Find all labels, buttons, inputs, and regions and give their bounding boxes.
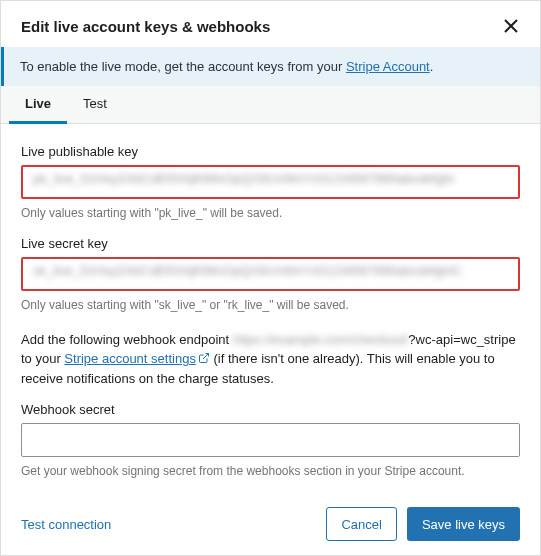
stripe-account-link[interactable]: Stripe Account: [346, 59, 430, 74]
footer-actions: Cancel Save live keys: [326, 507, 520, 541]
tab-test[interactable]: Test: [67, 86, 123, 124]
close-icon[interactable]: [502, 17, 520, 35]
webhook-url-redacted: https://example.com/checkout/: [233, 332, 409, 347]
webhook-mid: to your: [21, 351, 64, 366]
publishable-key-helper: Only values starting with "pk_live_" wil…: [21, 205, 520, 222]
stripe-settings-link-label: Stripe account settings: [64, 351, 196, 366]
notice-text-suffix: .: [430, 59, 434, 74]
publishable-key-redacted: pk_live_51HxyZAbCdEfGhIjKlMnOpQrStUvWxYz…: [33, 171, 508, 186]
test-connection-link[interactable]: Test connection: [21, 517, 111, 532]
cancel-button[interactable]: Cancel: [326, 507, 396, 541]
external-link-icon: [198, 352, 210, 364]
webhook-secret-input[interactable]: [21, 423, 520, 457]
webhook-prefix: Add the following webhook endpoint: [21, 332, 233, 347]
secret-key-redacted: sk_live_51HxyZAbCdEfGhIjKlMnOpQrStUvWxYz…: [33, 263, 508, 278]
notice-banner: To enable the live mode, get the account…: [1, 47, 540, 86]
webhook-secret-helper: Get your webhook signing secret from the…: [21, 463, 520, 480]
svg-line-0: [203, 354, 209, 360]
secret-key-label: Live secret key: [21, 236, 520, 251]
webhook-url-visible: ?wc-api=wc_stripe: [408, 332, 515, 347]
webhook-instructions: Add the following webhook endpoint https…: [21, 330, 520, 389]
modal-footer: Test connection Cancel Save live keys: [1, 493, 540, 555]
notice-text-prefix: To enable the live mode, get the account…: [20, 59, 346, 74]
secret-key-helper: Only values starting with "sk_live_" or …: [21, 297, 520, 314]
modal-header: Edit live account keys & webhooks: [1, 1, 540, 47]
publishable-key-label: Live publishable key: [21, 144, 520, 159]
save-button[interactable]: Save live keys: [407, 507, 520, 541]
secret-key-input[interactable]: sk_live_51HxyZAbCdEfGhIjKlMnOpQrStUvWxYz…: [21, 257, 520, 291]
modal-body: Live publishable key pk_live_51HxyZAbCdE…: [1, 124, 540, 493]
tabs-bar: Live Test: [1, 86, 540, 124]
publishable-key-input[interactable]: pk_live_51HxyZAbCdEfGhIjKlMnOpQrStUvWxYz…: [21, 165, 520, 199]
modal-title: Edit live account keys & webhooks: [21, 18, 270, 35]
stripe-settings-link[interactable]: Stripe account settings: [64, 351, 210, 366]
webhook-secret-label: Webhook secret: [21, 402, 520, 417]
tab-live[interactable]: Live: [9, 86, 67, 124]
